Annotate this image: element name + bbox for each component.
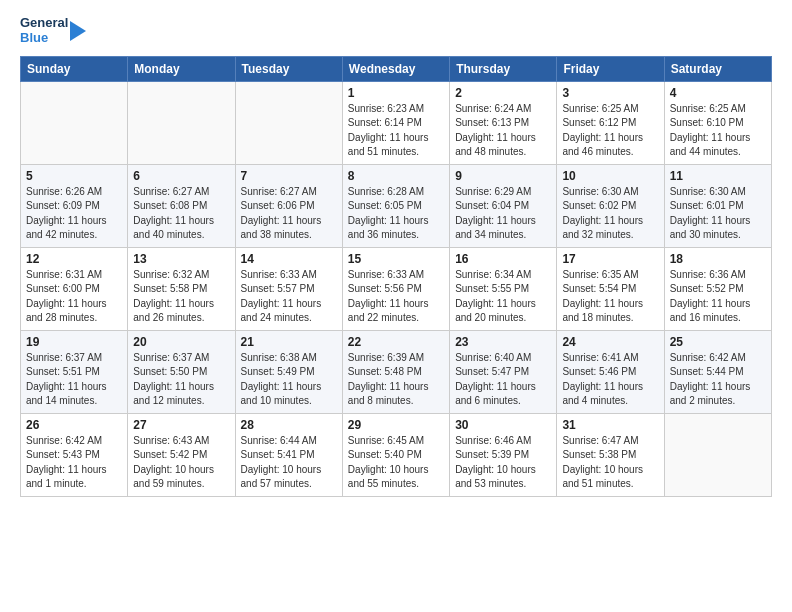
day-info: Sunrise: 6:43 AM Sunset: 5:42 PM Dayligh…: [133, 434, 229, 492]
day-info: Sunrise: 6:29 AM Sunset: 6:04 PM Dayligh…: [455, 185, 551, 243]
day-number: 17: [562, 252, 658, 266]
calendar-cell: 21Sunrise: 6:38 AM Sunset: 5:49 PM Dayli…: [235, 330, 342, 413]
weekday-header: Wednesday: [342, 56, 449, 81]
day-number: 5: [26, 169, 122, 183]
day-number: 11: [670, 169, 766, 183]
weekday-header: Sunday: [21, 56, 128, 81]
day-info: Sunrise: 6:37 AM Sunset: 5:51 PM Dayligh…: [26, 351, 122, 409]
day-number: 8: [348, 169, 444, 183]
day-info: Sunrise: 6:36 AM Sunset: 5:52 PM Dayligh…: [670, 268, 766, 326]
calendar-cell: 18Sunrise: 6:36 AM Sunset: 5:52 PM Dayli…: [664, 247, 771, 330]
calendar-cell: 8Sunrise: 6:28 AM Sunset: 6:05 PM Daylig…: [342, 164, 449, 247]
day-number: 14: [241, 252, 337, 266]
weekday-header: Tuesday: [235, 56, 342, 81]
day-info: Sunrise: 6:25 AM Sunset: 6:10 PM Dayligh…: [670, 102, 766, 160]
calendar-cell: 6Sunrise: 6:27 AM Sunset: 6:08 PM Daylig…: [128, 164, 235, 247]
calendar-cell: 28Sunrise: 6:44 AM Sunset: 5:41 PM Dayli…: [235, 413, 342, 496]
day-info: Sunrise: 6:45 AM Sunset: 5:40 PM Dayligh…: [348, 434, 444, 492]
day-number: 9: [455, 169, 551, 183]
day-info: Sunrise: 6:44 AM Sunset: 5:41 PM Dayligh…: [241, 434, 337, 492]
weekday-header: Saturday: [664, 56, 771, 81]
day-number: 26: [26, 418, 122, 432]
day-info: Sunrise: 6:23 AM Sunset: 6:14 PM Dayligh…: [348, 102, 444, 160]
day-info: Sunrise: 6:42 AM Sunset: 5:43 PM Dayligh…: [26, 434, 122, 492]
day-number: 21: [241, 335, 337, 349]
day-info: Sunrise: 6:37 AM Sunset: 5:50 PM Dayligh…: [133, 351, 229, 409]
calendar-cell: 27Sunrise: 6:43 AM Sunset: 5:42 PM Dayli…: [128, 413, 235, 496]
day-number: 29: [348, 418, 444, 432]
calendar-cell: 3Sunrise: 6:25 AM Sunset: 6:12 PM Daylig…: [557, 81, 664, 164]
day-number: 28: [241, 418, 337, 432]
calendar-cell: [21, 81, 128, 164]
day-info: Sunrise: 6:24 AM Sunset: 6:13 PM Dayligh…: [455, 102, 551, 160]
day-number: 1: [348, 86, 444, 100]
day-info: Sunrise: 6:47 AM Sunset: 5:38 PM Dayligh…: [562, 434, 658, 492]
calendar-cell: [128, 81, 235, 164]
day-info: Sunrise: 6:27 AM Sunset: 6:06 PM Dayligh…: [241, 185, 337, 243]
day-info: Sunrise: 6:35 AM Sunset: 5:54 PM Dayligh…: [562, 268, 658, 326]
day-number: 30: [455, 418, 551, 432]
calendar-week-row: 12Sunrise: 6:31 AM Sunset: 6:00 PM Dayli…: [21, 247, 772, 330]
calendar-cell: 30Sunrise: 6:46 AM Sunset: 5:39 PM Dayli…: [450, 413, 557, 496]
calendar-table: SundayMondayTuesdayWednesdayThursdayFrid…: [20, 56, 772, 497]
day-info: Sunrise: 6:27 AM Sunset: 6:08 PM Dayligh…: [133, 185, 229, 243]
day-info: Sunrise: 6:42 AM Sunset: 5:44 PM Dayligh…: [670, 351, 766, 409]
day-number: 15: [348, 252, 444, 266]
calendar-cell: 11Sunrise: 6:30 AM Sunset: 6:01 PM Dayli…: [664, 164, 771, 247]
day-number: 16: [455, 252, 551, 266]
calendar-cell: 2Sunrise: 6:24 AM Sunset: 6:13 PM Daylig…: [450, 81, 557, 164]
calendar-cell: 7Sunrise: 6:27 AM Sunset: 6:06 PM Daylig…: [235, 164, 342, 247]
calendar-cell: 22Sunrise: 6:39 AM Sunset: 5:48 PM Dayli…: [342, 330, 449, 413]
calendar-cell: 4Sunrise: 6:25 AM Sunset: 6:10 PM Daylig…: [664, 81, 771, 164]
calendar-cell: 26Sunrise: 6:42 AM Sunset: 5:43 PM Dayli…: [21, 413, 128, 496]
calendar-cell: 16Sunrise: 6:34 AM Sunset: 5:55 PM Dayli…: [450, 247, 557, 330]
calendar-cell: 1Sunrise: 6:23 AM Sunset: 6:14 PM Daylig…: [342, 81, 449, 164]
header: General Blue: [20, 16, 772, 46]
day-info: Sunrise: 6:28 AM Sunset: 6:05 PM Dayligh…: [348, 185, 444, 243]
day-info: Sunrise: 6:41 AM Sunset: 5:46 PM Dayligh…: [562, 351, 658, 409]
day-number: 22: [348, 335, 444, 349]
day-info: Sunrise: 6:32 AM Sunset: 5:58 PM Dayligh…: [133, 268, 229, 326]
day-info: Sunrise: 6:30 AM Sunset: 6:01 PM Dayligh…: [670, 185, 766, 243]
calendar-cell: 10Sunrise: 6:30 AM Sunset: 6:02 PM Dayli…: [557, 164, 664, 247]
logo: General Blue: [20, 16, 86, 46]
calendar-cell: 24Sunrise: 6:41 AM Sunset: 5:46 PM Dayli…: [557, 330, 664, 413]
day-number: 24: [562, 335, 658, 349]
day-number: 6: [133, 169, 229, 183]
calendar-week-row: 1Sunrise: 6:23 AM Sunset: 6:14 PM Daylig…: [21, 81, 772, 164]
logo-blue: Blue: [20, 31, 68, 46]
svg-marker-0: [70, 21, 86, 41]
day-number: 10: [562, 169, 658, 183]
day-info: Sunrise: 6:40 AM Sunset: 5:47 PM Dayligh…: [455, 351, 551, 409]
calendar-cell: 20Sunrise: 6:37 AM Sunset: 5:50 PM Dayli…: [128, 330, 235, 413]
calendar-cell: 23Sunrise: 6:40 AM Sunset: 5:47 PM Dayli…: [450, 330, 557, 413]
day-number: 12: [26, 252, 122, 266]
day-info: Sunrise: 6:31 AM Sunset: 6:00 PM Dayligh…: [26, 268, 122, 326]
day-info: Sunrise: 6:39 AM Sunset: 5:48 PM Dayligh…: [348, 351, 444, 409]
day-number: 3: [562, 86, 658, 100]
day-number: 20: [133, 335, 229, 349]
calendar-cell: 12Sunrise: 6:31 AM Sunset: 6:00 PM Dayli…: [21, 247, 128, 330]
weekday-header: Friday: [557, 56, 664, 81]
day-number: 27: [133, 418, 229, 432]
calendar-cell: 14Sunrise: 6:33 AM Sunset: 5:57 PM Dayli…: [235, 247, 342, 330]
logo-general: General: [20, 16, 68, 31]
day-number: 13: [133, 252, 229, 266]
calendar-cell: [664, 413, 771, 496]
calendar-container: General Blue SundayMondayTuesdayWednesda…: [0, 0, 792, 507]
calendar-week-row: 5Sunrise: 6:26 AM Sunset: 6:09 PM Daylig…: [21, 164, 772, 247]
calendar-cell: 15Sunrise: 6:33 AM Sunset: 5:56 PM Dayli…: [342, 247, 449, 330]
calendar-cell: 29Sunrise: 6:45 AM Sunset: 5:40 PM Dayli…: [342, 413, 449, 496]
day-number: 4: [670, 86, 766, 100]
day-number: 7: [241, 169, 337, 183]
logo-arrow-icon: [70, 21, 86, 41]
day-number: 25: [670, 335, 766, 349]
day-number: 2: [455, 86, 551, 100]
weekday-header: Thursday: [450, 56, 557, 81]
calendar-cell: 25Sunrise: 6:42 AM Sunset: 5:44 PM Dayli…: [664, 330, 771, 413]
calendar-cell: 19Sunrise: 6:37 AM Sunset: 5:51 PM Dayli…: [21, 330, 128, 413]
calendar-cell: 13Sunrise: 6:32 AM Sunset: 5:58 PM Dayli…: [128, 247, 235, 330]
day-info: Sunrise: 6:26 AM Sunset: 6:09 PM Dayligh…: [26, 185, 122, 243]
calendar-cell: 17Sunrise: 6:35 AM Sunset: 5:54 PM Dayli…: [557, 247, 664, 330]
day-info: Sunrise: 6:33 AM Sunset: 5:57 PM Dayligh…: [241, 268, 337, 326]
